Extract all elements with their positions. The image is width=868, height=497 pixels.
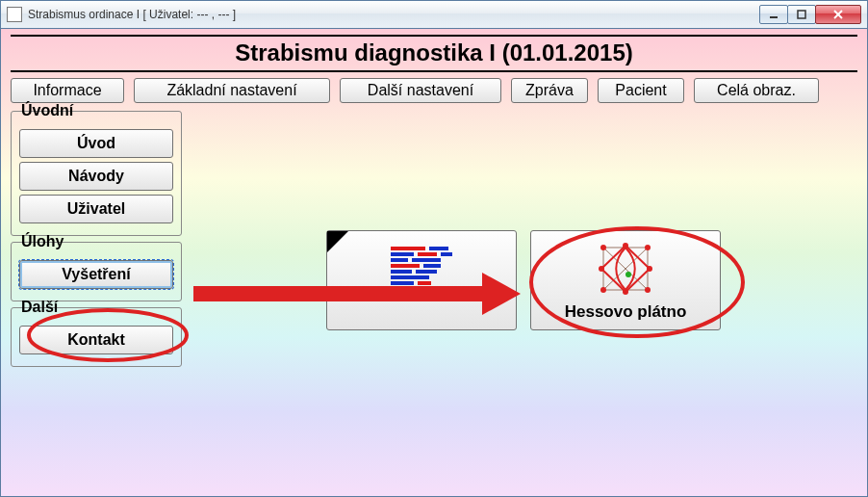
card-label: Hessovo plátno: [565, 302, 687, 322]
stripes-icon: [331, 237, 512, 301]
window-title: Strabismus ordinace I [ Uživatel: --- , …: [28, 8, 760, 21]
svg-point-11: [599, 266, 604, 272]
pacient-button[interactable]: Pacient: [598, 78, 684, 103]
svg-point-16: [625, 272, 631, 277]
divider: [11, 35, 857, 37]
group-ulohy: Úlohy Vyšetření: [11, 242, 182, 301]
svg-point-8: [623, 243, 628, 248]
uvod-button[interactable]: Úvod: [19, 129, 173, 158]
corner-decor: [327, 231, 348, 252]
group-legend: Úvodní: [17, 102, 77, 119]
close-button[interactable]: [815, 5, 861, 24]
svg-point-15: [600, 287, 606, 293]
titlebar: Strabismus ordinace I [ Uživatel: --- , …: [0, 0, 868, 29]
group-legend: Další: [17, 299, 62, 316]
page-title: Strabismu diagnostika I (01.01.2015): [11, 38, 857, 70]
vysetreni-button[interactable]: Vyšetření: [19, 260, 173, 289]
svg-point-14: [645, 287, 651, 293]
svg-rect-1: [798, 11, 805, 18]
dalsi-nastaveni-button[interactable]: Další nastavení: [340, 78, 501, 103]
navody-button[interactable]: Návody: [19, 162, 173, 191]
minimize-button[interactable]: [759, 5, 788, 24]
hessovo-platno-button[interactable]: Hessovo plátno: [530, 230, 721, 330]
svg-point-12: [600, 245, 606, 250]
svg-point-9: [647, 266, 652, 272]
divider: [11, 70, 857, 72]
cela-obraz-button[interactable]: Celá obraz.: [694, 78, 819, 103]
client-area: Strabismu diagnostika I (01.01.2015) Inf…: [0, 29, 868, 497]
svg-point-13: [645, 245, 651, 250]
zakladni-nastaveni-button[interactable]: Základní nastavení: [134, 78, 330, 103]
kontakt-button[interactable]: Kontakt: [19, 326, 173, 354]
window-buttons: [760, 5, 861, 24]
group-dalsi: Další Kontakt: [11, 307, 182, 367]
informace-button[interactable]: Informace: [11, 78, 124, 103]
toolbar: Informace Základní nastavení Další nasta…: [11, 78, 857, 103]
group-uvodni: Úvodní Úvod Návody Uživatel: [11, 111, 182, 236]
hess-icon: [535, 237, 716, 301]
sidebar: Úvodní Úvod Návody Uživatel Úlohy Vyšetř…: [11, 111, 182, 458]
uzivatel-button[interactable]: Uživatel: [19, 195, 173, 223]
zprava-button[interactable]: Zpráva: [511, 78, 588, 103]
card-button-1[interactable]: [326, 230, 517, 330]
maximize-button[interactable]: [787, 5, 816, 24]
app-icon: [7, 7, 22, 22]
group-legend: Úlohy: [17, 233, 67, 250]
svg-point-10: [623, 289, 628, 295]
main-panel: Hessovo plátno: [182, 111, 857, 458]
card-row: Hessovo plátno: [326, 230, 721, 330]
